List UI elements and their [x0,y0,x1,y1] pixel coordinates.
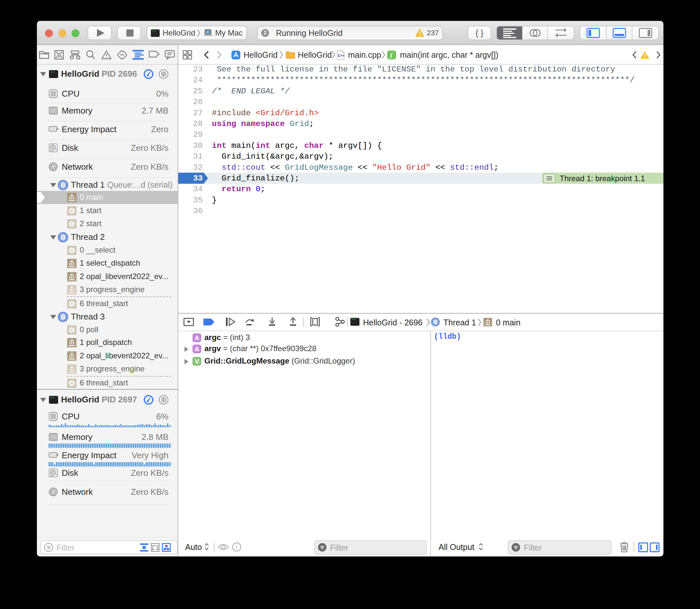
svg-text:i: i [236,544,238,550]
svg-text:C++: C++ [338,53,345,57]
